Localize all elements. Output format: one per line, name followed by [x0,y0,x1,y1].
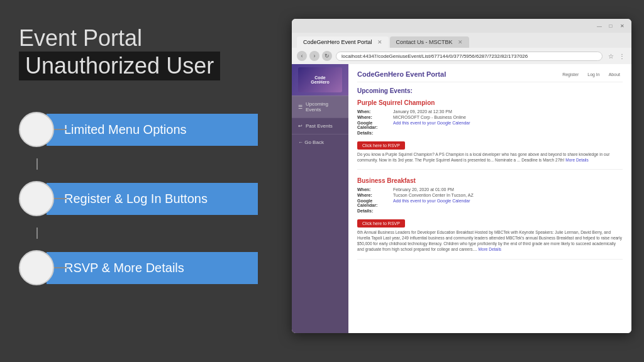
go-back-label: ← Go Back [298,140,324,145]
event2-name: Business Breakfast [357,177,623,184]
tab1-close[interactable]: ✕ [377,39,382,45]
feature-label-limited-menu: Limited Menu Options [47,114,258,146]
feature-item-limited-menu: Limited Menu Options [19,112,258,147]
browser-screenshot: — □ ✕ CodeGenHero Event Portal ✕ Contact… [292,19,631,333]
site-sidebar: CodeGenHero ☰ Upcoming Events ↩ Past Eve… [292,64,348,333]
back-button[interactable]: ‹ [297,51,307,61]
event2-where-label: Where: [357,193,392,197]
event1-when-label: When: [357,109,392,114]
features-list: Limited Menu Options Register & Log In B… [19,112,258,285]
register-button[interactable]: Register [560,71,581,78]
past-events-icon: ↩ [298,123,303,129]
event2-details-value [393,209,623,213]
nav-upcoming-events[interactable]: ☰ Upcoming Events [292,96,348,118]
circle-connector-3 [19,250,54,285]
connector-line-2 [54,198,67,199]
browser-actions: ☆ ⋮ [606,52,626,60]
site-title: CodeGenHero Event Portal [357,70,446,78]
about-button[interactable]: About [606,71,623,78]
circle-2 [19,181,54,216]
event1-more-details[interactable]: More Details [565,158,588,162]
browser-chrome: CodeGenHero Event Portal ✕ Contact Us - … [292,33,631,48]
circle-1 [19,112,54,147]
event2-when-label: When: [357,187,392,192]
left-panel: Event Portal Unauthorized User Limited M… [0,0,277,362]
event1-calendar-label: Google Calendar: [357,121,392,129]
refresh-button[interactable]: ↻ [322,51,332,61]
event2-details: When: February 20, 2020 at 01:00 PM Wher… [357,187,623,213]
login-button[interactable]: Log In [585,71,602,78]
event2-details-label: Details: [357,209,392,213]
tab-event-portal[interactable]: CodeGenHero Event Portal ✕ [297,36,389,48]
minimize-icon[interactable]: — [595,21,604,30]
nav-go-back[interactable]: ← Go Back [292,134,348,150]
menu-icon[interactable]: ⋮ [618,52,626,60]
circle-connector-2 [19,181,54,216]
nav-past-label: Past Events [306,123,333,129]
event2-where-value: Tucson Convention Center In Tucson, AZ [393,193,623,197]
tab2-label: Contact Us - MSCTBK [396,39,453,45]
connector-line-3 [54,267,67,268]
event1-calendar-value[interactable]: Add this event to your Google Calendar [393,121,623,129]
upcoming-events-icon: ☰ [298,104,303,110]
close-icon[interactable]: ✕ [618,21,626,30]
tab2-close[interactable]: ✕ [458,39,463,45]
event2-more-details[interactable]: More Details [479,247,501,251]
site-logo: CodeGenHero [292,64,348,96]
site-topbar: CodeGenHero Event Portal Register Log In… [357,70,623,82]
feature-label-register-login: Register & Log In Buttons [47,183,258,215]
title-area: Event Portal Unauthorized User [19,25,258,80]
site-main: CodeGenHero Event Portal Register Log In… [348,64,631,333]
event1-description: Do you know a Purple Squirrel Champion? … [357,151,623,163]
tab-contact[interactable]: Contact Us - MSCTBK ✕ [390,36,469,48]
event1-rsvp-button[interactable]: Click here to RSVP [357,141,405,150]
forward-button[interactable]: › [309,51,319,61]
event1-details-value [393,131,623,135]
event2-description: 6th Annual Business Leaders for Develope… [357,229,623,252]
event2-when-value: February 20, 2020 at 01:00 PM [393,187,623,192]
star-icon[interactable]: ☆ [606,52,615,60]
logo-image: CodeGenHero [298,67,342,92]
event2-calendar-value[interactable]: Add this event to your Google Calendar [393,199,623,207]
event1-where-value: MICROSOFT Corp - Business Online [393,115,623,119]
event1-where-label: Where: [357,115,392,119]
connector-line-1 [54,129,67,130]
browser-content: CodeGenHero ☰ Upcoming Events ↩ Past Eve… [292,64,631,333]
feature-label-rsvp: RSVP & More Details [47,252,258,284]
circle-3 [19,250,54,285]
browser-toolbar: ‹ › ↻ localhost:44347/codeGeniuseEvent/L… [292,48,631,64]
tab1-label: CodeGenHero Event Portal [303,39,372,45]
title-line2: Unauthorized User [19,52,220,80]
event-card-purple-squirrel: Purple Squirrel Champion When: January 0… [357,99,623,170]
title-line1: Event Portal [19,25,258,52]
vertical-connector-1 [36,158,38,170]
browser-title-bar: — □ ✕ [292,19,631,33]
nav-buttons: ‹ › ↻ [297,51,332,61]
vertical-connector-2 [36,228,38,239]
browser-tabs: CodeGenHero Event Portal ✕ Contact Us - … [297,36,626,48]
address-bar[interactable]: localhost:44347/codeGeniuseEvent/List/67… [336,52,602,61]
event1-details-label: Details: [357,131,392,135]
maximize-icon[interactable]: □ [606,21,615,30]
nav-past-events[interactable]: ↩ Past Events [292,118,348,134]
topbar-buttons: Register Log In About [560,71,623,78]
event1-details: When: January 09, 2020 at 12:30 PM Where… [357,109,623,135]
event1-when-value: January 09, 2020 at 12:30 PM [393,109,623,114]
event1-name: Purple Squirrel Champion [357,99,623,106]
circle-connector-1 [19,112,54,147]
upcoming-events-heading: Upcoming Events: [357,87,623,94]
nav-upcoming-label: Upcoming Events [306,101,342,112]
feature-item-rsvp: RSVP & More Details [19,250,258,285]
event2-calendar-label: Google Calendar: [357,199,392,207]
event-card-business-breakfast: Business Breakfast When: February 20, 20… [357,177,623,259]
feature-item-register-login: Register & Log In Buttons [19,181,258,216]
event2-rsvp-button[interactable]: Click here to RSVP [357,219,405,228]
